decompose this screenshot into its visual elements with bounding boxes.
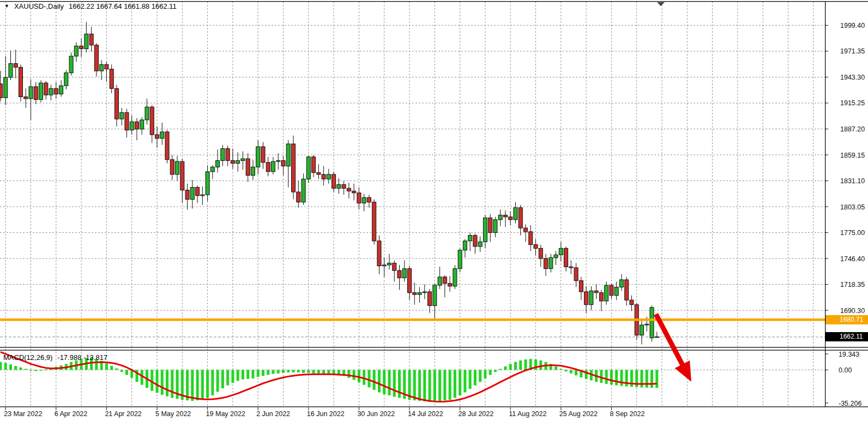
macd-histogram-bar	[575, 370, 577, 375]
candle-body	[589, 291, 593, 304]
candle-body	[342, 184, 346, 188]
macd-histogram-bar	[317, 370, 320, 373]
candle-body	[428, 292, 432, 305]
candle-body	[569, 267, 573, 268]
macd-histogram-bar	[610, 370, 613, 384]
candle-body	[176, 161, 179, 175]
macd-histogram-bar	[4, 363, 7, 370]
macd-histogram-bar	[655, 370, 658, 388]
indicator-values: -17.988 -13.817	[57, 353, 107, 362]
macd-histogram-bar	[262, 370, 264, 376]
candle-body	[29, 87, 33, 99]
candle-body	[125, 112, 129, 130]
candle-body	[49, 88, 53, 95]
macd-histogram-bar	[201, 370, 204, 399]
candle-body	[256, 147, 260, 167]
macd-histogram-bar	[211, 370, 214, 395]
pane-separator	[0, 347, 868, 347]
candle-body	[519, 208, 522, 228]
candle-body	[180, 161, 184, 190]
macd-histogram-bar	[398, 370, 401, 398]
price-axis-label: 1971.35	[840, 47, 865, 55]
symbol-dropdown-icon[interactable]: ▼	[4, 3, 9, 10]
macd-histogram-bar	[525, 359, 527, 370]
candle-body	[261, 147, 265, 163]
candle-body	[625, 280, 629, 300]
macd-histogram-bar	[373, 370, 376, 390]
candle-body	[85, 34, 88, 49]
macd-histogram-bar	[196, 370, 199, 400]
candle-body	[503, 215, 507, 216]
macd-histogram-bar	[499, 369, 502, 370]
macd-histogram-bar	[272, 370, 275, 374]
macd-histogram-bar	[125, 370, 128, 375]
macd-axis-label: 0.00	[839, 366, 852, 374]
candle-body	[372, 202, 376, 241]
macd-histogram-bar	[115, 369, 118, 370]
macd-histogram-bar	[29, 370, 32, 371]
candle-body	[478, 242, 482, 246]
candle-body	[64, 73, 68, 86]
candle-body	[564, 248, 568, 267]
price-axis-label: 1831.10	[840, 177, 865, 185]
candle-body	[630, 300, 634, 304]
macd-histogram-bar	[443, 370, 446, 400]
candle-body	[251, 167, 255, 175]
macd-histogram-bar	[514, 362, 517, 370]
macd-histogram-bar	[646, 370, 648, 388]
macd-histogram-bar	[519, 360, 522, 370]
macd-histogram-bar	[267, 370, 269, 375]
macd-histogram-bar	[469, 370, 472, 389]
candle-body	[24, 97, 28, 99]
trend-arrow-shaft[interactable]	[656, 314, 684, 367]
macd-histogram-bar	[393, 370, 396, 396]
chart-title: ▼ XAUUSD-,Daily 1662.22 1667.64 1661.88 …	[4, 2, 177, 10]
macd-histogram-bar	[120, 370, 123, 372]
candle-body	[170, 160, 174, 175]
candle-body	[498, 215, 502, 219]
macd-histogram-bar	[0, 362, 2, 370]
candle-body	[272, 161, 275, 172]
candle-body	[539, 248, 542, 258]
candle-body	[387, 263, 391, 264]
macd-histogram-bar	[418, 370, 421, 401]
price-axis-label: 1943.30	[840, 74, 865, 81]
candle-body	[150, 107, 154, 135]
candle-body	[9, 64, 13, 77]
candle-body	[599, 293, 603, 301]
candle-body	[322, 175, 326, 179]
macd-histogram-bar	[565, 370, 568, 371]
macd-histogram-bar	[105, 363, 108, 370]
candle-body	[579, 281, 583, 292]
candle-body	[135, 122, 138, 129]
macd-histogram-bar	[14, 366, 17, 370]
candle-body	[605, 285, 608, 301]
macd-histogram-bar	[454, 370, 456, 398]
macd-histogram-bar	[367, 370, 370, 387]
chart-canvas[interactable]: 1999.401971.351943.301915.251887.201859.…	[0, 0, 868, 421]
price-axis-label: 1887.20	[840, 125, 865, 133]
candle-body	[554, 255, 558, 257]
date-axis-label: 19 May 2022	[206, 410, 245, 418]
price-axis-label: 1999.40	[840, 22, 865, 29]
macd-histogram-bar	[282, 370, 285, 372]
macd-histogram-bar	[171, 370, 173, 398]
candle-body	[458, 250, 462, 269]
candle-body	[4, 77, 8, 98]
macd-histogram-bar	[479, 370, 481, 382]
support-line[interactable]	[0, 318, 825, 321]
macd-histogram-bar	[246, 370, 249, 378]
macd-histogram-bar	[302, 370, 305, 372]
candle-body	[332, 175, 336, 188]
candle-body	[443, 277, 447, 284]
price-axis-label: 1690.30	[840, 307, 865, 315]
candle-body	[393, 263, 396, 270]
candle-body	[276, 160, 280, 161]
candle-body	[312, 157, 316, 173]
candle-body	[155, 135, 159, 139]
candle-body	[524, 228, 528, 232]
macd-histogram-bar	[650, 370, 653, 388]
candle-body	[438, 277, 442, 285]
price-axis-label: 1746.40	[840, 255, 865, 263]
date-axis-label: 21 Apr 2022	[105, 410, 141, 418]
